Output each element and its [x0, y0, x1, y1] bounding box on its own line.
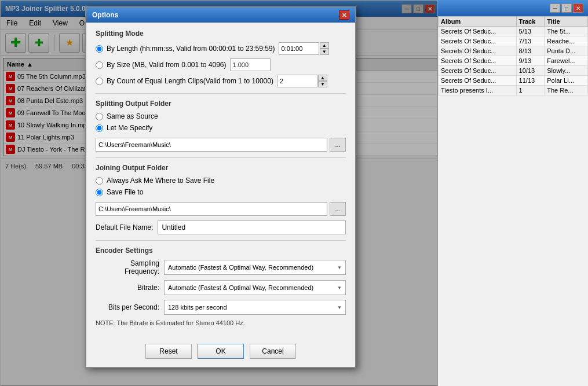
right-max-button[interactable]: □ [561, 3, 572, 13]
count-spin-arrows: ▲ ▼ [318, 75, 327, 87]
default-filename-row: Default File Name: Untitled [96, 220, 346, 234]
encoder-settings-label: Encoder Settings [96, 247, 346, 255]
right-panel: ─ □ ✕ Album Track Title Secrets Of Seduc… [437, 0, 588, 386]
cancel-button[interactable]: Cancel [250, 344, 296, 359]
col-track: Track [516, 17, 545, 27]
table-row[interactable]: Secrets Of Seduc... 10/13 Slowly... [439, 66, 588, 76]
by-length-label: By Length (hh:mm:ss, Valid from 00:00:01… [107, 45, 275, 53]
by-size-label: By Size (MB, Valid from 0.001 to 4096) [107, 61, 227, 69]
same-as-source-radio[interactable] [96, 113, 103, 120]
track-table: Album Track Title Secrets Of Seduc... 5/… [438, 16, 588, 95]
default-filename-label: Default File Name: [96, 223, 153, 231]
col-title: Title [545, 17, 588, 27]
bits-per-sec-dropdown[interactable]: 128 kbits per second ▼ [164, 300, 346, 315]
dialog-overlay: Options ✕ Splitting Mode By Length (hh:m… [1, 1, 441, 386]
splitting-mode-label: Splitting Mode [96, 30, 346, 38]
length-down-arrow[interactable]: ▼ [320, 49, 329, 55]
right-close-button[interactable]: ✕ [573, 3, 583, 13]
length-spin-arrows: ▲ ▼ [320, 42, 329, 55]
sampling-freq-row: Sampling Frequency: Automatic (Fastest &… [96, 259, 346, 275]
right-panel-content: Album Track Title Secrets Of Seduc... 5/… [438, 16, 588, 386]
right-min-button[interactable]: ─ [550, 3, 560, 13]
table-row[interactable]: Secrets Of Seduc... 11/13 Polar Li... [439, 76, 588, 86]
reset-button[interactable]: Reset [145, 344, 192, 359]
by-size-radio[interactable] [96, 61, 103, 69]
sampling-freq-dropdown[interactable]: Automatic (Fastest & Optimal Way, Recomm… [164, 260, 346, 275]
by-count-label: By Count of Equal Length Clips(Valid fro… [107, 77, 273, 85]
save-file-to-radio[interactable] [96, 189, 103, 196]
join-path-row: ... [96, 202, 346, 216]
options-dialog: Options ✕ Splitting Mode By Length (hh:m… [85, 6, 356, 368]
count-up-arrow[interactable]: ▲ [318, 75, 327, 81]
bits-per-sec-label: Bits per Second: [96, 303, 159, 311]
sampling-freq-arrow: ▼ [337, 265, 342, 270]
split-path-input[interactable] [96, 138, 327, 152]
length-up-arrow[interactable]: ▲ [320, 42, 329, 49]
by-length-radio[interactable] [96, 45, 103, 53]
size-input[interactable]: 1.000 [230, 58, 271, 71]
table-row[interactable]: Secrets Of Seduc... 8/13 Punta D... [439, 46, 588, 56]
divider-3 [96, 240, 346, 241]
split-path-row: ... [96, 138, 346, 152]
ok-button[interactable]: OK [198, 344, 244, 359]
bitrate-row: Bitrate: Automatic (Fastest & Optimal Wa… [96, 280, 346, 295]
save-file-to-row: Save File to [96, 188, 346, 196]
length-spin-wrapper: 0:01:00 ▲ ▼ [279, 42, 329, 55]
same-as-source-label: Same as Source [107, 112, 158, 120]
divider-2 [96, 157, 346, 158]
default-filename-value: Untitled [158, 220, 346, 234]
by-size-row: By Size (MB, Valid from 0.001 to 4096) 1… [96, 58, 346, 71]
count-down-arrow[interactable]: ▼ [318, 81, 327, 87]
always-ask-radio[interactable] [96, 177, 103, 185]
split-browse-button[interactable]: ... [330, 138, 346, 152]
splitting-output-group: Same as Source Let Me Specify [96, 112, 346, 132]
sampling-freq-label: Sampling Frequency: [96, 259, 159, 275]
divider-1 [96, 93, 346, 94]
dialog-footer: Reset OK Cancel [86, 338, 355, 367]
save-file-to-label: Save File to [107, 188, 143, 196]
dialog-title-bar: Options ✕ [86, 8, 355, 23]
let-me-specify-label: Let Me Specify [107, 124, 152, 132]
bitrate-label: Bitrate: [96, 284, 159, 292]
dialog-body: Splitting Mode By Length (hh:mm:ss, Vali… [86, 23, 355, 338]
table-row[interactable]: Tiesto presents I... 1 The Re... [439, 86, 588, 95]
joining-output-label: Joining Output Folder [96, 164, 346, 172]
col-album: Album [439, 17, 517, 27]
bitrate-dropdown[interactable]: Automatic (Fastest & Optimal Way, Recomm… [164, 280, 346, 295]
dialog-title-text: Options [92, 11, 118, 19]
table-row[interactable]: Secrets Of Seduc... 5/13 The 5t... [439, 27, 588, 36]
by-length-row: By Length (hh:mm:ss, Valid from 00:00:01… [96, 42, 346, 55]
count-spin-wrapper: 2 ▲ ▼ [277, 75, 327, 87]
by-count-radio[interactable] [96, 78, 103, 85]
bits-per-sec-row: Bits per Second: 128 kbits per second ▼ [96, 300, 346, 315]
bits-per-sec-arrow: ▼ [337, 305, 342, 310]
join-path-input[interactable] [96, 202, 327, 216]
dialog-close-button[interactable]: ✕ [339, 10, 349, 20]
let-me-specify-radio[interactable] [96, 124, 103, 132]
let-me-specify-row: Let Me Specify [96, 124, 346, 132]
length-input[interactable]: 0:01:00 [279, 42, 319, 55]
same-as-source-row: Same as Source [96, 112, 346, 120]
count-input[interactable]: 2 [277, 75, 317, 87]
main-window: MP3 Joiner Splitter 5.0.0 ─ □ ✕ File Edi… [0, 0, 440, 386]
always-ask-row: Always Ask Me Where to Save File [96, 177, 346, 185]
table-row[interactable]: Secrets Of Seduc... 7/13 Reache... [439, 36, 588, 46]
join-browse-button[interactable]: ... [330, 202, 346, 216]
right-panel-title-bar: ─ □ ✕ [438, 0, 588, 16]
always-ask-label: Always Ask Me Where to Save File [107, 177, 214, 185]
by-count-row: By Count of Equal Length Clips(Valid fro… [96, 75, 346, 87]
bitrate-arrow: ▼ [337, 285, 342, 291]
encoder-note: NOTE: The Bitrate is Estimated for Stere… [96, 319, 346, 326]
table-row[interactable]: Secrets Of Seduc... 9/13 Farewel... [439, 56, 588, 66]
splitting-mode-group: By Length (hh:mm:ss, Valid from 00:00:01… [96, 42, 346, 87]
joining-output-group: Always Ask Me Where to Save File Save Fi… [96, 177, 346, 196]
splitting-output-label: Splitting Output Folder [96, 100, 346, 108]
